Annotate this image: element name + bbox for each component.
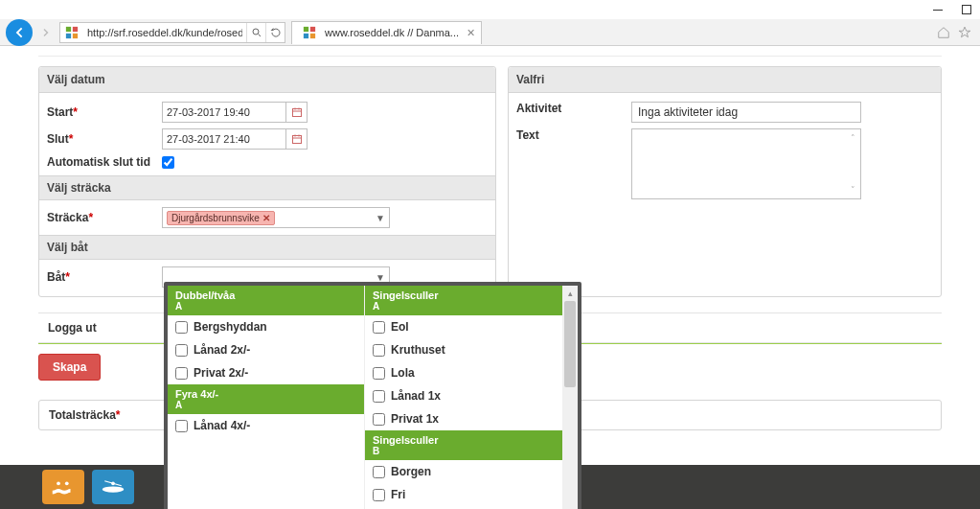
option-label: Kruthuset <box>391 343 445 357</box>
dropdown-option[interactable]: Eol <box>365 315 562 338</box>
boat-label: Båt <box>47 270 65 284</box>
dropdown-group-header: SingelscullerB <box>365 430 562 460</box>
svg-rect-9 <box>310 34 315 38</box>
option-label: Bergshyddan <box>194 320 267 334</box>
option-label: Lånad 1x <box>391 389 441 403</box>
textarea-scrollbar[interactable]: ˄ ˅ <box>847 133 858 195</box>
option-label: Eol <box>391 320 409 334</box>
scroll-up-icon[interactable]: ˄ <box>851 133 855 143</box>
option-checkbox[interactable] <box>373 344 385 357</box>
dropdown-option[interactable]: Privat 1x <box>365 407 562 430</box>
svg-point-20 <box>103 486 125 492</box>
option-label: Lånad 4x/- <box>194 419 250 432</box>
option-checkbox[interactable] <box>175 367 188 380</box>
auto-end-checkbox[interactable] <box>162 156 174 169</box>
chevron-down-icon: ▼ <box>376 213 385 223</box>
chrome-right-icons <box>936 25 974 40</box>
start-datetime-input[interactable]: 27-03-2017 19:40 <box>162 102 286 123</box>
boat-dropdown-popup: Dubbel/tvåaABergshyddanLånad 2x/-Privat … <box>164 282 581 509</box>
option-checkbox[interactable] <box>373 321 385 334</box>
dropdown-option[interactable]: Kruthuset <box>365 338 562 361</box>
scroll-up-icon[interactable]: ▴ <box>562 286 578 301</box>
page-content: Välj datum Start* 27-03-2017 19:40 Slut*… <box>0 46 980 509</box>
scroll-thumb[interactable] <box>564 301 576 387</box>
create-button[interactable]: Skapa <box>38 354 101 381</box>
tag-remove-icon[interactable]: ✕ <box>262 213 270 223</box>
favorite-icon[interactable] <box>957 25 972 40</box>
total-distance-label: Totalsträcka <box>49 408 116 422</box>
dropdown-option[interactable]: Lånad 4x/- <box>168 414 364 437</box>
tab-close-icon[interactable]: ✕ <box>467 27 475 39</box>
activity-label: Aktivitet <box>516 102 631 115</box>
browser-tab[interactable]: www.roseddel.dk // Danma... ✕ <box>291 21 482 44</box>
nav-forward-button[interactable] <box>36 23 56 42</box>
activity-input[interactable]: Inga aktiviteter idag <box>631 102 861 123</box>
svg-rect-14 <box>292 136 301 144</box>
dropdown-option[interactable]: Privat 2x/- <box>168 361 364 384</box>
svg-point-4 <box>253 29 259 35</box>
address-bar[interactable] <box>59 22 285 43</box>
route-select[interactable]: Djurgårdsbrunnsvike✕ ▼ <box>162 207 390 228</box>
calendar-icon[interactable] <box>286 102 308 123</box>
section-route-header: Välj sträcka <box>39 175 495 200</box>
section-boat-header: Välj båt <box>39 235 495 260</box>
dropdown-option[interactable]: Lola <box>365 361 562 384</box>
dropdown-option[interactable]: Lånad 1x <box>365 384 562 407</box>
svg-rect-6 <box>304 27 308 32</box>
svg-point-18 <box>57 481 60 485</box>
option-checkbox[interactable] <box>373 489 385 501</box>
dropdown-group-header: Fyra 4x/-A <box>168 384 364 414</box>
browser-toolbar: www.roseddel.dk // Danma... ✕ <box>0 19 980 46</box>
option-label: Privat 1x <box>391 412 439 426</box>
svg-rect-7 <box>310 27 315 32</box>
svg-rect-10 <box>292 109 301 117</box>
option-checkbox[interactable] <box>175 321 188 334</box>
panel-date: Välj datum Start* 27-03-2017 19:40 Slut*… <box>38 66 496 297</box>
rowing-icon[interactable] <box>42 470 84 504</box>
svg-rect-0 <box>66 26 71 31</box>
url-input[interactable] <box>83 25 246 40</box>
kayak-icon[interactable] <box>92 470 134 504</box>
dropdown-option[interactable]: Lånad 2x/- <box>168 338 364 361</box>
search-icon[interactable] <box>246 23 265 42</box>
window-titlebar <box>0 0 980 19</box>
chevron-down-icon: ▼ <box>376 272 385 283</box>
option-label: Borgen <box>391 465 431 478</box>
dropdown-group-header: Dubbel/tvåaA <box>168 286 364 315</box>
calendar-icon[interactable] <box>286 128 308 150</box>
dropdown-scrollbar[interactable]: ▴ ▾ <box>562 286 578 509</box>
minimize-icon[interactable] <box>932 4 944 15</box>
tab-favicon-icon <box>302 25 317 40</box>
route-label: Sträcka <box>47 211 88 224</box>
option-checkbox[interactable] <box>175 344 188 357</box>
option-checkbox[interactable] <box>373 390 385 403</box>
panel-optional-header: Valfri <box>509 67 941 93</box>
option-checkbox[interactable] <box>373 466 385 478</box>
panel-date-header: Välj datum <box>39 67 495 93</box>
panel-optional: Valfri Aktivitet Inga aktiviteter idag T… <box>508 66 942 297</box>
nav-back-button[interactable] <box>6 19 33 46</box>
auto-end-label: Automatisk slut tid <box>47 155 162 169</box>
refresh-icon[interactable] <box>265 23 285 42</box>
text-textarea[interactable]: ˄ ˅ <box>631 128 861 199</box>
option-checkbox[interactable] <box>175 420 188 432</box>
option-label: Privat 2x/- <box>194 366 248 380</box>
svg-rect-2 <box>66 33 71 37</box>
site-favicon-icon <box>64 25 80 40</box>
home-icon[interactable] <box>936 25 951 40</box>
end-label: Slut <box>47 132 69 146</box>
option-checkbox[interactable] <box>373 367 385 380</box>
option-checkbox[interactable] <box>373 413 385 426</box>
end-datetime-input[interactable]: 27-03-2017 21:40 <box>162 128 286 150</box>
dropdown-option[interactable]: Bergshyddan <box>168 315 364 338</box>
svg-line-5 <box>258 34 261 36</box>
maximize-icon[interactable] <box>961 4 972 15</box>
option-label: Lola <box>391 366 415 380</box>
route-tag[interactable]: Djurgårdsbrunnsvike✕ <box>167 211 275 225</box>
scroll-down-icon[interactable]: ˅ <box>851 185 855 195</box>
dropdown-option[interactable]: Fri <box>365 483 562 506</box>
dropdown-group-header: SingelscullerA <box>365 286 562 315</box>
svg-rect-8 <box>304 34 308 38</box>
start-label: Start <box>47 105 73 119</box>
dropdown-option[interactable]: Borgen <box>365 460 562 483</box>
